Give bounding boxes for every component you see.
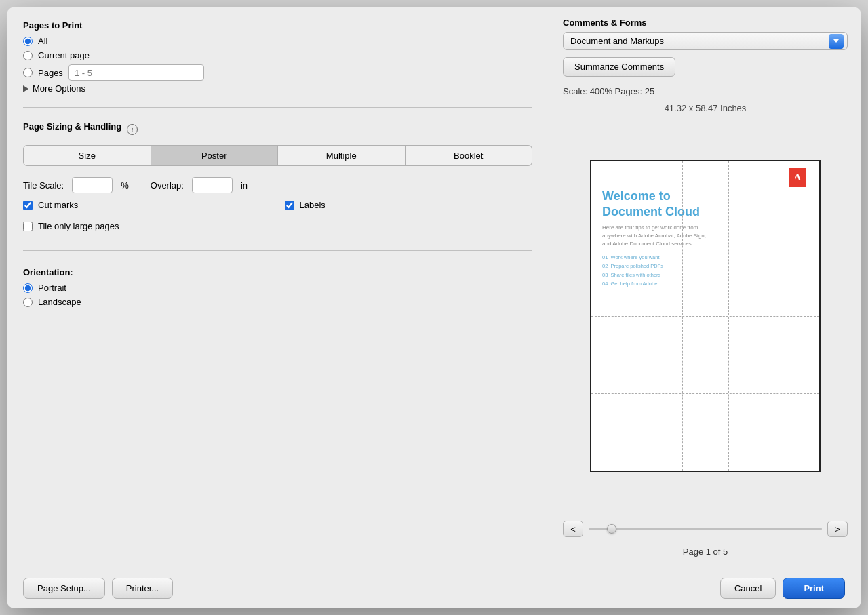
cancel-button[interactable]: Cancel: [720, 578, 776, 599]
pages-to-print-title: Pages to Print: [23, 20, 532, 31]
prev-page-button[interactable]: <: [563, 521, 583, 537]
dashed-v-2: [682, 161, 683, 471]
portrait-radio[interactable]: [23, 283, 33, 293]
landscape-radio[interactable]: [23, 298, 33, 307]
overlap-label: Overlap:: [151, 180, 184, 191]
tab-poster[interactable]: Poster: [151, 145, 279, 166]
more-options-label: More Options: [33, 83, 85, 94]
current-page-radio[interactable]: [23, 51, 33, 60]
info-icon[interactable]: i: [127, 124, 138, 135]
dashed-h-1: [591, 239, 819, 239]
cut-marks-label: Cut marks: [38, 200, 78, 210]
tab-booklet[interactable]: Booklet: [406, 145, 533, 166]
tile-only-large-checkbox[interactable]: [23, 222, 33, 231]
sizing-title: Page Sizing & Handling: [23, 121, 121, 132]
preview-container: A Welcome to Document Cloud Here are fou…: [563, 120, 848, 511]
expand-icon: [23, 85, 28, 92]
preview-inner: A Welcome to Document Cloud Here are fou…: [590, 160, 821, 472]
all-radio[interactable]: [23, 37, 33, 46]
more-options-row[interactable]: More Options: [23, 83, 532, 94]
printer-button[interactable]: Printer...: [112, 578, 173, 599]
current-page-label: Current page: [38, 50, 90, 60]
dashed-v-4: [774, 161, 774, 471]
slider-thumb: [607, 524, 616, 534]
comments-forms-select[interactable]: Document and Markups Document Form Field…: [563, 32, 848, 50]
portrait-label: Portrait: [38, 283, 66, 293]
cut-marks-checkbox[interactable]: [23, 201, 33, 210]
tile-scale-input[interactable]: 400: [72, 177, 113, 193]
tile-scale-label: Tile Scale:: [23, 180, 64, 191]
page-setup-button[interactable]: Page Setup...: [23, 578, 105, 599]
adobe-icon: A: [789, 168, 806, 187]
nav-row: < >: [563, 518, 848, 540]
orientation-title: Orientation:: [23, 267, 532, 277]
dashed-h-2: [591, 316, 819, 317]
in-label: in: [241, 180, 248, 191]
comments-select-wrapper: Document and Markups Document Form Field…: [563, 32, 848, 50]
sizing-tab-row: Size Poster Multiple Booklet: [23, 145, 532, 166]
pages-input[interactable]: [68, 64, 204, 81]
labels-checkbox[interactable]: [285, 201, 294, 210]
labels-label: Labels: [300, 200, 326, 210]
dashed-v-1: [637, 161, 637, 471]
page-counter: Page 1 of 5: [563, 547, 848, 557]
pages-label: Pages: [38, 68, 63, 78]
dashed-h-3: [591, 393, 819, 394]
scale-info: Scale: 400% Pages: 25: [563, 86, 848, 96]
landscape-label: Landscape: [38, 297, 81, 307]
preview-slider[interactable]: [589, 528, 822, 530]
comments-forms-title: Comments & Forms: [563, 18, 848, 28]
page-size-info: 41.32 x 58.47 Inches: [563, 103, 848, 113]
tab-multiple[interactable]: Multiple: [278, 145, 406, 166]
pages-radio[interactable]: [23, 68, 33, 77]
dashed-grid: [591, 161, 819, 471]
bottom-bar: Page Setup... Printer... Cancel Print: [7, 568, 861, 608]
overlap-input[interactable]: 0: [192, 177, 233, 193]
tab-size[interactable]: Size: [23, 145, 151, 166]
next-page-button[interactable]: >: [827, 521, 848, 537]
summarize-comments-button[interactable]: Summarize Comments: [563, 57, 675, 77]
dashed-v-3: [728, 161, 729, 471]
all-label: All: [38, 36, 47, 46]
print-button[interactable]: Print: [783, 578, 845, 599]
tile-only-large-label: Tile only large pages: [38, 221, 119, 231]
percent-label: %: [121, 180, 129, 191]
